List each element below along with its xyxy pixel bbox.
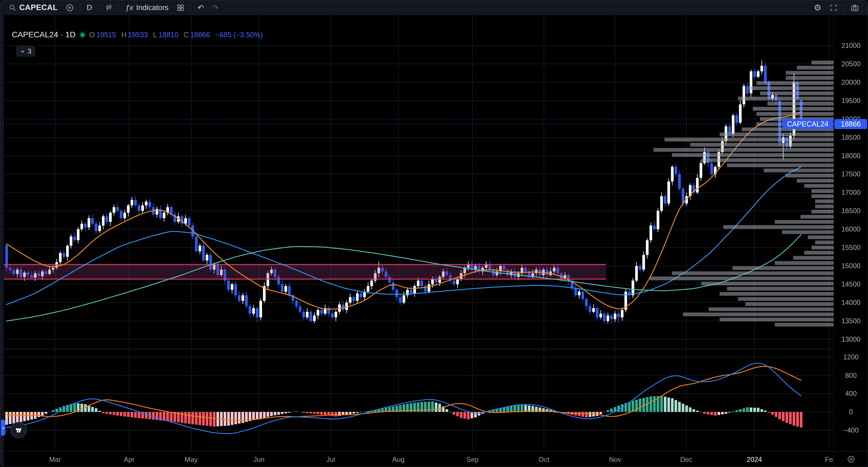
axis-settings-corner[interactable] <box>834 451 868 467</box>
time-axis-label: Sep <box>466 456 479 464</box>
macd-histogram-bar <box>778 412 781 420</box>
undo-button[interactable]: ↶ <box>193 2 208 13</box>
change-value: −685 (−3.50%) <box>215 31 262 39</box>
macd-histogram-bar <box>671 398 674 412</box>
macd-histogram-bar <box>123 412 126 416</box>
chart-style-button[interactable] <box>101 2 117 13</box>
macd-histogram-bar <box>91 407 94 412</box>
price-axis[interactable]: 2100020500200001950019000185001800017500… <box>834 15 868 451</box>
candle-body <box>163 212 165 218</box>
candle-body <box>206 255 208 261</box>
low-label: L <box>153 31 157 39</box>
macd-histogram-bar <box>206 412 208 426</box>
left-panel-strip <box>0 15 4 467</box>
snapshot-button[interactable] <box>846 2 863 13</box>
candle-body <box>421 280 423 286</box>
candle-body <box>635 266 638 280</box>
macd-histogram-bar <box>603 412 606 412</box>
price-tick-label: 18500 <box>834 134 868 141</box>
candle-body <box>256 308 258 317</box>
price-tick-label: 17500 <box>834 170 868 178</box>
time-axis-label: 2024 <box>747 456 762 464</box>
time-axis-label: May <box>185 456 197 464</box>
low-value: 18810 <box>158 31 179 39</box>
macd-histogram-bar <box>317 412 319 414</box>
macd-histogram-bar <box>445 409 448 412</box>
macd-histogram-bar <box>514 406 516 412</box>
volume-profile-bar <box>811 210 834 213</box>
open-label: O <box>89 31 95 39</box>
macd-histogram-bar <box>195 412 197 425</box>
macd-histogram-bar <box>721 412 724 414</box>
indicators-collapse-pill[interactable]: 3 <box>17 46 35 57</box>
time-axis-label: Apr <box>124 456 134 464</box>
macd-histogram-bar <box>696 411 699 412</box>
volume-profile-bar <box>782 230 834 234</box>
tradingview-logo[interactable] <box>11 422 27 438</box>
volume-profile-bar <box>701 282 834 286</box>
legend-symbol-title[interactable]: CAPECAL24 · 1D <box>12 30 76 39</box>
macd-histogram-bar <box>263 412 266 418</box>
macd-histogram-bar <box>113 412 115 415</box>
macd-histogram-bar <box>191 412 194 424</box>
candle-body <box>607 315 609 321</box>
candle-body <box>306 312 309 317</box>
candle-body <box>392 282 394 290</box>
macd-histogram-bar <box>288 412 290 413</box>
layout-grid-button[interactable] <box>173 2 189 13</box>
candle-body <box>238 295 241 301</box>
volume-profile-bar <box>672 271 834 275</box>
candle-body <box>642 255 645 270</box>
candlestick-style-icon <box>105 4 113 11</box>
fullscreen-icon <box>830 4 838 12</box>
macd-histogram-bar <box>675 400 677 412</box>
macd-histogram-bar <box>209 412 212 426</box>
macd-histogram-bar <box>678 402 681 412</box>
interval-button[interactable]: D <box>83 2 96 13</box>
macd-histogram-bar <box>213 412 216 427</box>
time-axis[interactable]: MarAprMayJunJulAugSepOctNovDec2024Fe <box>0 451 868 467</box>
macd-histogram-bar <box>120 412 122 416</box>
macd-histogram-bar <box>12 412 15 424</box>
macd-histogram-bar <box>181 412 183 423</box>
close-label: C <box>184 31 189 39</box>
watchlist-expander-button[interactable]: › <box>1 420 5 436</box>
volume-profile-bar <box>672 153 834 157</box>
volume-profile-bar <box>727 164 834 167</box>
last-price-value-text: 18866 <box>841 120 861 128</box>
volume-profile-bar <box>701 158 834 162</box>
volume-profile-bar <box>654 148 834 152</box>
grid-layout-icon <box>177 4 185 12</box>
chart-settings-button[interactable]: ⚙ <box>810 2 826 13</box>
chart-canvas[interactable] <box>4 15 834 451</box>
macd-histogram-bar <box>739 409 741 412</box>
macd-histogram-bar <box>284 412 287 413</box>
candle-body <box>761 66 763 71</box>
macd-histogram-bar <box>757 408 760 412</box>
candle-body <box>370 280 373 286</box>
candle-body <box>631 280 634 295</box>
macd-histogram-bar <box>95 408 97 412</box>
macd-histogram-bar <box>725 412 727 414</box>
macd-histogram <box>5 396 802 427</box>
indicators-button[interactable]: ƒx Indicators <box>121 2 173 13</box>
symbol-search-label: CAPECAL <box>19 3 58 12</box>
candle-body <box>331 313 334 317</box>
candle-body <box>700 163 702 178</box>
candle-body <box>582 292 584 299</box>
compare-add-button[interactable] <box>62 2 78 13</box>
macd-histogram-bar <box>27 412 29 420</box>
candle-body <box>134 200 136 205</box>
volume-profile-bar <box>723 225 834 229</box>
last-price-value-flag: 18866 <box>834 119 867 129</box>
candle-body <box>313 315 316 321</box>
symbol-search-button[interactable]: CAPECAL <box>5 2 62 13</box>
volume-profile-bar <box>811 189 834 193</box>
macd-histogram-bar <box>746 407 749 412</box>
fullscreen-button[interactable] <box>826 2 842 13</box>
redo-button[interactable]: ↷ <box>208 2 223 13</box>
volume-profile-bar <box>720 292 834 296</box>
macd-histogram-bar <box>331 412 334 416</box>
macd-histogram-bar <box>98 411 101 412</box>
macd-histogram-bar <box>535 407 538 412</box>
